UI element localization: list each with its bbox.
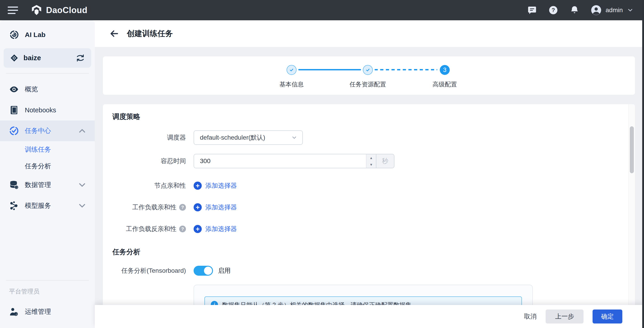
- wizard-footer: 取消 上一步 确定: [95, 305, 644, 328]
- chevron-down-icon: [77, 180, 87, 190]
- workspace-name: baize: [24, 54, 41, 62]
- dataset-panel: i 数据集只能从（第 2 步）相关的数据集中选择，请确保正确配置数据集: [194, 285, 533, 305]
- scheduler-select[interactable]: default-scheduler(默认): [194, 130, 303, 145]
- switch-workspace-icon[interactable]: [76, 54, 85, 62]
- tensorboard-enabled-label: 启用: [218, 266, 230, 275]
- sidebar-item-overview[interactable]: 概览: [0, 79, 95, 100]
- workload-anti-affinity-label: 工作负载反亲和性 ?: [112, 225, 194, 233]
- notifications-bell-icon[interactable]: [570, 5, 580, 15]
- sidebar-item-notebooks[interactable]: Notebooks: [0, 100, 95, 120]
- sidebar-subitem-training-tasks[interactable]: 训练任务: [0, 141, 95, 158]
- info-circle-icon: i: [211, 301, 218, 305]
- brand: DaoCloud: [31, 4, 87, 16]
- model-services-icon: [9, 201, 19, 211]
- chevron-down-icon: [627, 7, 634, 14]
- workspace-selector[interactable]: baize: [4, 48, 91, 68]
- toggle-knob: [204, 267, 212, 275]
- sidebar-item-ops-management[interactable]: 运维管理: [0, 302, 95, 322]
- plus-circle-icon: +: [194, 182, 202, 190]
- ops-user-gear-icon: [9, 307, 19, 317]
- section-title-analysis: 任务分析: [112, 247, 635, 257]
- step-label: 任务资源配置: [350, 80, 386, 88]
- topbar-actions: ? admin: [527, 5, 634, 16]
- sidebar-item-data-management[interactable]: 数据管理: [0, 174, 95, 195]
- tensorboard-toggle[interactable]: [194, 266, 213, 276]
- sidebar-subitem-task-analysis[interactable]: 任务分析: [0, 158, 95, 174]
- form-row-scheduler: 调度器 default-scheduler(默认): [112, 130, 635, 145]
- form-row-workload-anti-affinity: 工作负载反亲和性 ? + 添加选择器: [112, 225, 635, 233]
- number-spinner: ▲ ▼: [366, 154, 376, 168]
- previous-step-button[interactable]: 上一步: [546, 310, 584, 324]
- stepper-step-2[interactable]: 任务资源配置: [330, 65, 406, 88]
- sidebar-divider: [6, 73, 89, 74]
- toleration-unit: 秒: [376, 154, 394, 168]
- sidebar-subitem-label: 训练任务: [25, 145, 51, 154]
- form-row-node-affinity: 节点亲和性 + 添加选择器: [112, 181, 635, 190]
- toleration-input-wrap: ▲ ▼: [194, 154, 376, 168]
- product-header: AI Lab: [0, 28, 95, 42]
- help-icon[interactable]: ?: [548, 5, 558, 15]
- help-circle-icon[interactable]: ?: [179, 204, 186, 211]
- sidebar-bottom: 平台管理员 运维管理: [0, 275, 95, 328]
- feedback-icon[interactable]: [527, 5, 537, 15]
- dataset-notice-text: 数据集只能从（第 2 步）相关的数据集中选择，请确保正确配置数据集: [222, 301, 412, 305]
- topbar: DaoCloud ? admin: [0, 0, 644, 20]
- add-selector-link: 添加选择器: [205, 181, 237, 190]
- add-selector-link: 添加选择器: [205, 203, 237, 212]
- brand-name: DaoCloud: [46, 6, 87, 15]
- ai-lab-icon: [9, 30, 20, 40]
- content: 基本信息 任务资源配置 3 高级配置 调度策略: [95, 47, 644, 305]
- workspace-logo-icon: [10, 54, 18, 62]
- form-scrollbar-thumb[interactable]: [630, 126, 634, 173]
- sidebar-item-label: 概览: [25, 85, 38, 94]
- step-check-icon: [363, 65, 373, 75]
- notebook-icon: [9, 105, 19, 115]
- plus-circle-icon: +: [194, 225, 202, 233]
- app-window: DaoCloud ? admin: [0, 0, 644, 328]
- page-title: 创建训练任务: [127, 28, 173, 39]
- stepper-step-1[interactable]: 基本信息: [253, 65, 330, 88]
- form-card: 调度策略 调度器 default-scheduler(默认) 容忍时间: [103, 104, 635, 305]
- window-edge-scroll-strip[interactable]: [642, 0, 644, 328]
- confirm-button[interactable]: 确定: [592, 310, 622, 324]
- sidebar-subitem-label: 任务分析: [25, 162, 51, 171]
- sidebar-item-label: Notebooks: [25, 106, 56, 114]
- sidebar-item-model-services[interactable]: 模型服务: [0, 195, 95, 216]
- wizard-stepper: 基本信息 任务资源配置 3 高级配置: [103, 56, 635, 95]
- role-label: 平台管理员: [0, 288, 95, 296]
- add-node-selector-button[interactable]: + 添加选择器: [194, 181, 237, 190]
- step-label: 高级配置: [432, 80, 457, 88]
- avatar: [591, 5, 602, 16]
- sidebar-item-task-center[interactable]: 任务中心: [0, 120, 95, 141]
- eye-icon: [9, 84, 19, 94]
- cancel-button[interactable]: 取消: [524, 312, 536, 321]
- main-area: 创建训练任务 基本信息: [95, 20, 644, 328]
- section-title-scheduling: 调度策略: [112, 112, 635, 121]
- spinner-up-icon[interactable]: ▲: [366, 154, 376, 161]
- workload-affinity-label: 工作负载亲和性 ?: [112, 203, 194, 212]
- add-selector-link: 添加选择器: [205, 225, 237, 233]
- workload-affinity-text: 工作负载亲和性: [132, 203, 176, 212]
- user-menu[interactable]: admin: [591, 5, 634, 16]
- scheduler-selected-value: default-scheduler(默认): [200, 133, 265, 142]
- toleration-input[interactable]: [194, 154, 366, 168]
- add-workload-selector-button[interactable]: + 添加选择器: [194, 203, 237, 212]
- task-center-icon: [9, 126, 19, 136]
- scheduler-label: 调度器: [112, 133, 194, 142]
- step-check-icon: [286, 65, 296, 75]
- sidebar-item-label: 数据管理: [25, 180, 51, 190]
- spinner-down-icon[interactable]: ▼: [366, 161, 376, 168]
- back-arrow-icon[interactable]: [109, 29, 119, 38]
- svg-text:?: ?: [552, 7, 555, 13]
- sidebar-item-label: 运维管理: [25, 307, 51, 316]
- stepper-step-3[interactable]: 3 高级配置: [406, 65, 483, 88]
- toleration-label: 容忍时间: [112, 157, 194, 165]
- form-row-toleration: 容忍时间 ▲ ▼ 秒: [112, 154, 635, 168]
- sidebar-divider: [6, 280, 89, 281]
- sidebar-nav: 概览 Notebooks 任务中心 训练任务: [0, 79, 95, 216]
- help-circle-icon[interactable]: ?: [179, 226, 186, 232]
- add-anti-workload-selector-button[interactable]: + 添加选择器: [194, 225, 237, 233]
- hamburger-menu-icon[interactable]: [8, 6, 18, 14]
- form-scrollbar-track[interactable]: [628, 104, 635, 305]
- daocloud-logo-icon: [31, 4, 42, 16]
